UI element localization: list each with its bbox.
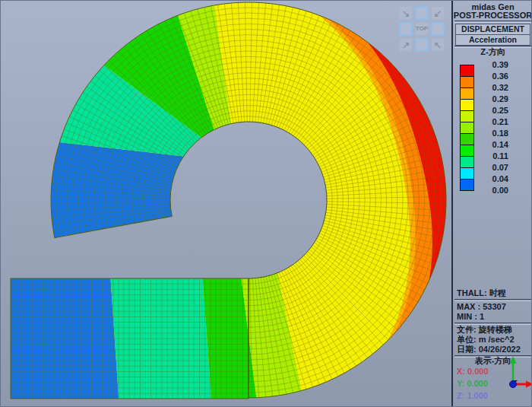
min-value-label: MIN : 1 xyxy=(457,312,531,321)
legend-swatch xyxy=(460,133,474,145)
legend-swatch xyxy=(460,122,474,134)
app-subtitle: POST-PROCESSOR xyxy=(453,11,532,20)
view-top-button[interactable]: TOP xyxy=(415,22,429,36)
view-corner-se-icon[interactable]: ↖ xyxy=(431,38,445,52)
legend-value: 0.32 xyxy=(478,83,508,93)
divider xyxy=(454,299,531,301)
legend-swatch xyxy=(460,99,474,111)
file-label: 文件: 旋转楼梯 xyxy=(457,325,531,334)
legend-value: 0.36 xyxy=(478,72,508,81)
result-type-box[interactable]: DISPLACEMENT xyxy=(455,24,530,35)
legend-swatch xyxy=(460,65,474,77)
legend-swatch xyxy=(460,156,474,168)
legend-swatch xyxy=(460,179,474,191)
view-north-button[interactable] xyxy=(415,6,429,20)
legend-swatch xyxy=(460,110,474,122)
view-corner-ne-icon[interactable]: ↙ xyxy=(431,6,445,20)
midas-gen-window: ↘ ↙ TOP ↗ ↖ midas Gen POST-PROCESSOR DIS… xyxy=(0,0,532,407)
legend-value: 0.11 xyxy=(478,151,508,161)
legend-swatch xyxy=(460,87,474,100)
view-south-button[interactable] xyxy=(415,38,429,52)
legend-value: 0.14 xyxy=(478,140,508,150)
legend-value: 0.07 xyxy=(478,163,508,173)
legend-value: 0.39 xyxy=(478,60,508,70)
result-component-box[interactable]: Acceleration xyxy=(455,34,530,46)
view-west-button[interactable] xyxy=(399,22,413,36)
max-value-label: MAX : 53307 xyxy=(457,302,531,311)
view-corner-sw-icon[interactable]: ↗ xyxy=(399,38,413,52)
legend-value: 0.18 xyxy=(478,129,508,138)
unit-label: 单位: m /sec^2 xyxy=(457,335,531,344)
legend-value: 0.00 xyxy=(478,186,508,196)
legend-swatch xyxy=(460,76,474,88)
legend-value: 0.29 xyxy=(478,94,508,104)
view-corner-nw-icon[interactable]: ↘ xyxy=(399,6,413,20)
legend-swatch xyxy=(460,145,474,157)
result-info-panel: midas Gen POST-PROCESSOR DISPLACEMENT Ac… xyxy=(451,1,532,407)
legend-value: 0.21 xyxy=(478,117,508,127)
contour-legend: 0.390.360.320.290.250.210.180.140.110.07… xyxy=(453,59,532,200)
direction-label: Z-方向 xyxy=(453,48,532,56)
view-east-button[interactable] xyxy=(431,22,445,36)
divider xyxy=(454,21,531,23)
view-navigation-widget: ↘ ↙ TOP ↗ ↖ xyxy=(399,6,445,52)
axis-triad-icon xyxy=(500,353,532,399)
legend-value: 0.25 xyxy=(478,106,508,116)
contour-mesh-plot xyxy=(1,1,451,407)
legend-swatch xyxy=(460,167,474,180)
model-viewport[interactable]: ↘ ↙ TOP ↗ ↖ xyxy=(1,1,451,407)
legend-value: 0.04 xyxy=(478,174,508,184)
load-case-label: THALL: 时程 xyxy=(457,288,531,297)
